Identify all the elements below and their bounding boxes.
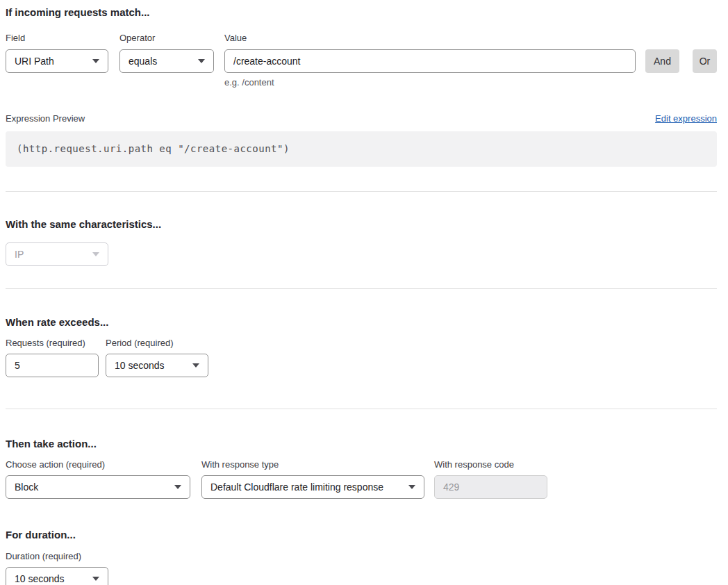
field-group: Field URI Path — [6, 33, 108, 73]
or-button[interactable]: Or — [693, 49, 717, 73]
chevron-down-icon — [92, 59, 99, 63]
response-type-label: With response type — [201, 459, 424, 470]
value-input[interactable] — [224, 49, 636, 73]
response-code-group: With response code — [434, 459, 547, 499]
section-divider — [6, 409, 717, 409]
value-label: Value — [224, 33, 636, 44]
characteristics-section-heading: With the same characteristics... — [6, 217, 717, 231]
section-divider — [6, 288, 717, 289]
duration-select-value: 10 seconds — [15, 573, 65, 584]
action-label: Choose action (required) — [6, 459, 190, 470]
period-label: Period (required) — [106, 338, 208, 349]
match-condition-row: Field URI Path Operator equals Value And… — [6, 33, 717, 73]
chevron-down-icon — [192, 363, 199, 368]
value-group: Value — [224, 33, 636, 73]
rate-limiting-rule-form: If incoming requests match... Field URI … — [0, 0, 728, 585]
field-select[interactable]: URI Path — [6, 49, 108, 73]
field-label: Field — [6, 33, 108, 44]
chevron-down-icon — [92, 577, 99, 581]
value-hint: e.g. /content — [224, 77, 717, 88]
rate-row: Requests (required) Period (required) 10… — [6, 338, 717, 377]
operator-select[interactable]: equals — [119, 49, 214, 73]
requests-input[interactable] — [6, 354, 99, 377]
field-select-value: URI Path — [15, 56, 54, 67]
action-row: Choose action (required) Block With resp… — [6, 459, 717, 499]
operator-group: Operator equals — [119, 33, 214, 73]
duration-group: Duration (required) 10 seconds — [6, 551, 108, 585]
action-select-value: Block — [15, 481, 38, 493]
action-section-heading: Then take action... — [6, 437, 717, 450]
characteristic-select-value: IP — [15, 249, 24, 260]
period-group: Period (required) 10 seconds — [106, 338, 208, 377]
action-group: Choose action (required) Block — [6, 459, 190, 499]
response-code-label: With response code — [434, 459, 547, 470]
operator-select-value: equals — [129, 56, 157, 67]
characteristic-select[interactable]: IP — [6, 242, 108, 266]
duration-label: Duration (required) — [6, 551, 108, 562]
match-section-heading: If incoming requests match... — [6, 6, 717, 19]
requests-label: Requests (required) — [6, 338, 99, 349]
duration-select[interactable]: 10 seconds — [6, 567, 108, 585]
chevron-down-icon — [198, 59, 205, 63]
requests-group: Requests (required) — [6, 338, 99, 377]
rate-section-heading: When rate exceeds... — [6, 315, 717, 329]
section-divider — [6, 191, 717, 192]
response-code-input — [434, 475, 547, 499]
chevron-down-icon — [408, 485, 415, 489]
expression-preview-header: Expression Preview Edit expression — [6, 113, 717, 124]
response-type-select-value: Default Cloudflare rate limiting respons… — [210, 481, 383, 493]
operator-label: Operator — [119, 33, 214, 44]
action-select[interactable]: Block — [6, 475, 190, 499]
characteristic-group: IP — [6, 242, 108, 266]
chevron-down-icon — [92, 252, 99, 256]
response-type-group: With response type Default Cloudflare ra… — [201, 459, 424, 499]
edit-expression-link[interactable]: Edit expression — [655, 113, 717, 124]
response-type-select[interactable]: Default Cloudflare rate limiting respons… — [201, 475, 424, 499]
and-button[interactable]: And — [645, 49, 679, 73]
expression-preview-box: (http.request.uri.path eq "/create-accou… — [6, 131, 717, 167]
duration-section-heading: For duration... — [6, 528, 717, 541]
expression-preview-label: Expression Preview — [6, 113, 85, 124]
period-select[interactable]: 10 seconds — [106, 354, 208, 377]
chevron-down-icon — [174, 485, 181, 489]
period-select-value: 10 seconds — [115, 360, 165, 371]
